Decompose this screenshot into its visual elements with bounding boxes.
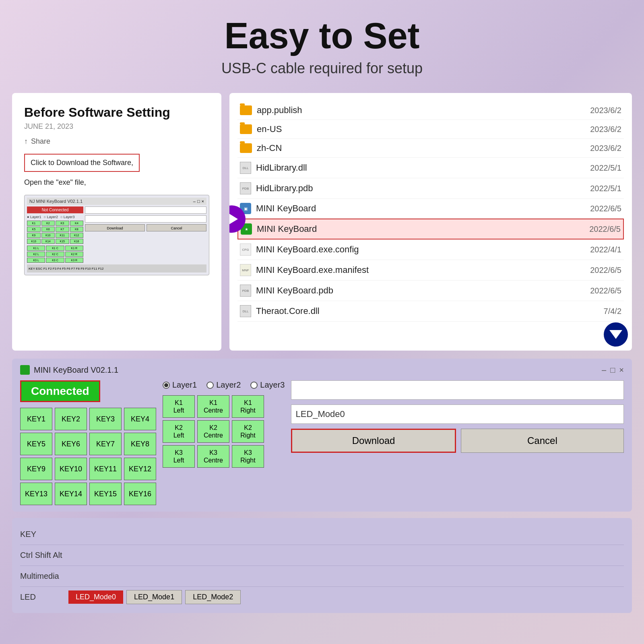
key-btn-key11[interactable]: KEY11 — [89, 458, 122, 480]
share-icon: ↑ — [24, 137, 28, 146]
k-btn-k2-left[interactable]: K2Left — [163, 420, 195, 443]
mini-cancel-btn[interactable]: Cancel — [147, 224, 206, 231]
mini-titlebar: NJ MINI KeyBoard V02.1.1 – □ × — [27, 198, 206, 205]
mini-download-btn[interactable]: Download — [85, 224, 145, 231]
kb-row-labels: KEY Ctrl Shift Alt Multimedia LED — [20, 524, 68, 607]
keyboard-software-panel: MINI KeyBoard V02.1.1 – □ × Connected KE… — [12, 359, 632, 512]
left-panel: Before Software Setting JUNE 21, 2023 ↑ … — [12, 93, 221, 351]
led-mode-value: LED_Mode0 — [295, 409, 345, 419]
row-label-multimedia: Multimedia — [20, 566, 68, 586]
k-btn-k1-right[interactable]: K1Right — [232, 395, 264, 418]
layer3-radio-circle — [250, 382, 258, 389]
layer2-radio[interactable]: Layer2 — [206, 380, 241, 390]
connected-status: Connected — [20, 380, 100, 402]
file-item[interactable]: zh-CN 2023/6/2 — [237, 139, 624, 158]
instruction-text: Click to Download the Software, — [31, 159, 133, 167]
layer1-radio[interactable]: Layer1 — [163, 380, 197, 390]
key-btn-key15[interactable]: KEY15 — [89, 483, 122, 505]
layer1-radio-circle — [163, 382, 170, 389]
window-controls: – □ × — [602, 365, 624, 375]
k-btn-k2-centre[interactable]: K2Centre — [197, 420, 229, 443]
file-list: app.publish 2023/6/2 en-US 2023/6/2 zh-C… — [237, 101, 624, 322]
key-btn-key8[interactable]: KEY8 — [124, 433, 156, 455]
config-icon: CFG — [240, 244, 251, 256]
folder-icon — [240, 124, 252, 134]
k-btn-k1-left[interactable]: K1Left — [163, 395, 195, 418]
mini-software-screenshot: NJ MINI KeyBoard V02.1.1 – □ × Not Conne… — [24, 195, 209, 275]
k-btn-k3-right[interactable]: K3Right — [232, 445, 264, 468]
ctrl-row-items — [68, 545, 624, 566]
mini-layers: ● Layer1 ○ Layer2 ○ Layer3 — [27, 215, 83, 219]
kb-row-content: LED_Mode0 LED_Mode1 LED_Mode2 — [68, 524, 624, 607]
dll-icon: DLL — [240, 162, 251, 174]
maximize-button[interactable]: □ — [610, 365, 615, 375]
led-mode2-tab[interactable]: LED_Mode2 — [185, 590, 241, 604]
key-btn-key13[interactable]: KEY13 — [20, 483, 52, 505]
row-label-key: KEY — [20, 524, 68, 545]
key-btn-key4[interactable]: KEY4 — [124, 408, 156, 430]
software-icon — [20, 365, 30, 375]
close-button[interactable]: × — [619, 365, 624, 375]
play-triangle-icon — [229, 213, 238, 225]
mini-input-2 — [85, 215, 206, 223]
software-body: Connected KEY1 KEY2 KEY3 KEY4 KEY5 KEY6 … — [20, 380, 624, 505]
blog-share: ↑ Share — [24, 137, 209, 146]
key-btn-key12[interactable]: KEY12 — [124, 458, 156, 480]
cancel-button[interactable]: Cancel — [461, 429, 624, 453]
key-btn-key14[interactable]: KEY14 — [55, 483, 87, 505]
key-row-items — [68, 524, 624, 545]
header-title: Easy to Set — [0, 16, 644, 56]
file-item[interactable]: DLL HidLibrary.dll 2022/5/1 — [237, 158, 624, 178]
key-btn-key2[interactable]: KEY2 — [55, 408, 87, 430]
mini-left: Not Connected ● Layer1 ○ Layer2 ○ Layer3… — [27, 206, 83, 263]
key-btn-key9[interactable]: KEY9 — [20, 458, 52, 480]
blog-date: JUNE 21, 2023 — [24, 122, 209, 131]
file-item[interactable]: PDB HidLibrary.pdb 2022/5/1 — [237, 178, 624, 199]
key-btn-key10[interactable]: KEY10 — [55, 458, 87, 480]
download-button[interactable]: Download — [291, 429, 456, 453]
file-item[interactable]: en-US 2023/6/2 — [237, 120, 624, 139]
led-mode0-tab[interactable]: LED_Mode0 — [68, 590, 123, 604]
led-mode1-tab[interactable]: LED_Mode1 — [126, 590, 182, 604]
file-item[interactable]: CFG MINI KeyBoard.exe.config 2022/4/1 — [237, 239, 624, 260]
file-item[interactable]: app.publish 2023/6/2 — [237, 101, 624, 120]
blog-instruction[interactable]: Click to Download the Software, — [24, 154, 140, 172]
file-item[interactable]: DLL Theraot.Core.dll 7/4/2 — [237, 301, 624, 322]
key-btn-key7[interactable]: KEY7 — [89, 433, 122, 455]
file-item[interactable]: PDB MINI KeyBoard.pdb 2022/6/5 — [237, 281, 624, 301]
header-subtitle: USB-C cable required for setup — [0, 60, 644, 77]
row-label-led: LED — [20, 586, 68, 607]
key-btn-key6[interactable]: KEY6 — [55, 433, 87, 455]
key-btn-key16[interactable]: KEY16 — [124, 483, 156, 505]
key-btn-key3[interactable]: KEY3 — [89, 408, 122, 430]
layer3-label: Layer3 — [260, 380, 285, 390]
multimedia-row-items — [68, 566, 624, 586]
mini-btn-row: Download Cancel — [85, 224, 206, 231]
mini-controls: – □ × — [193, 199, 204, 204]
layer1-label: Layer1 — [172, 380, 197, 390]
manifest-icon: MNF — [240, 264, 251, 276]
pdb-icon: PDB — [240, 182, 251, 194]
layer3-radio[interactable]: Layer3 — [250, 380, 285, 390]
blog-title: Before Software Setting — [24, 105, 209, 120]
header: Easy to Set USB-C cable required for set… — [0, 0, 644, 85]
keyboard-bottom-section: KEY Ctrl Shift Alt Multimedia LED LED_Mo… — [12, 518, 632, 613]
k-btn-k3-centre[interactable]: K3Centre — [197, 445, 229, 468]
file-item[interactable]: ▣ MINI KeyBoard 2022/6/5 — [237, 199, 624, 219]
down-arrow-button[interactable] — [604, 322, 628, 347]
text-input-box[interactable] — [291, 380, 624, 400]
led-mode-display: LED_Mode0 — [291, 405, 624, 424]
k-btn-k3-left[interactable]: K3Left — [163, 445, 195, 468]
k-btn-k1-centre[interactable]: K1Centre — [197, 395, 229, 418]
key-grid-main: KEY1 KEY2 KEY3 KEY4 KEY5 KEY6 KEY7 KEY8 … — [20, 408, 156, 505]
key-btn-key1[interactable]: KEY1 — [20, 408, 52, 430]
layer-radio-group: Layer1 Layer2 Layer3 — [163, 380, 285, 390]
mini-close: × — [202, 199, 204, 204]
key-btn-key5[interactable]: KEY5 — [20, 433, 52, 455]
mini-maximize: □ — [197, 199, 200, 204]
file-item-highlighted[interactable]: ★ MINI KeyBoard 2022/6/5 — [237, 219, 624, 239]
file-item[interactable]: MNF MINI KeyBoard.exe.manifest 2022/6/5 — [237, 260, 624, 281]
minimize-button[interactable]: – — [602, 365, 606, 375]
layer2-label: Layer2 — [216, 380, 241, 390]
k-btn-k2-right[interactable]: K2Right — [232, 420, 264, 443]
